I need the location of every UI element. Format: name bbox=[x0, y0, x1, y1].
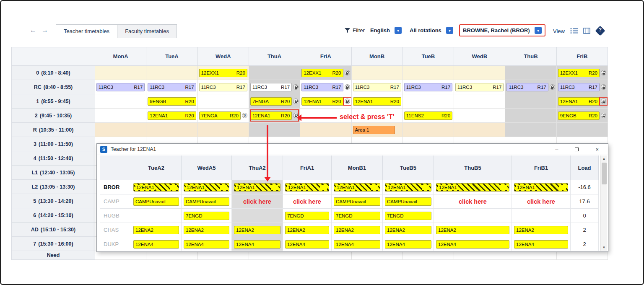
dialog-cell-CHAS-MonB1[interactable]: 12ENA2 bbox=[332, 223, 383, 237]
dialog-cell-BROR-TueA2[interactable]: 12ENA1— bbox=[131, 180, 182, 194]
cell-ThuA-RC[interactable]: 11RC3R17 bbox=[249, 80, 300, 94]
lesson-chip[interactable]: 12ENA1— bbox=[514, 183, 568, 192]
cell-ThuA-0[interactable] bbox=[249, 66, 300, 80]
tab-teacher-timetables[interactable]: Teacher timetables bbox=[56, 24, 117, 38]
scroll-up-icon[interactable]: ▲ bbox=[602, 155, 606, 162]
cell-WedA-2[interactable]: 7ENGAR20S bbox=[198, 109, 249, 123]
lesson-chip[interactable]: 12ENA4 bbox=[234, 240, 280, 249]
lesson-chip[interactable]: 11RC3R17 bbox=[455, 83, 504, 91]
dialog-cell-HUGB-FriB1[interactable] bbox=[512, 209, 571, 223]
lesson-chip[interactable]: 11RC3R17 bbox=[148, 83, 196, 91]
cell-ThuB-2[interactable] bbox=[505, 109, 556, 123]
cell-WedA-R[interactable] bbox=[198, 123, 249, 137]
lesson-chip[interactable]: 11RC3R17 bbox=[301, 83, 343, 91]
cell-WedA-RC[interactable]: 11RC3R17 bbox=[198, 80, 249, 94]
lesson-chip[interactable]: 12ENA4 bbox=[133, 240, 179, 249]
cell-MonB-Need[interactable] bbox=[352, 251, 403, 260]
dialog-cell-HUGB-WedA5[interactable]: 7ENGD bbox=[182, 209, 232, 223]
dialog-cell-CAMP-ThuA2[interactable]: click here bbox=[232, 194, 283, 209]
lesson-chip[interactable]: 7ENGD bbox=[334, 212, 380, 220]
cell-MonB-1[interactable]: 12ENA1R20 bbox=[352, 94, 403, 109]
cell-MonA-Need[interactable] bbox=[95, 251, 146, 260]
forward-arrow-button[interactable]: → bbox=[42, 26, 48, 34]
lesson-chip[interactable]: 12ENA1R20 bbox=[250, 111, 292, 120]
cell-WedB-1[interactable] bbox=[454, 94, 505, 109]
lesson-chip[interactable]: 12ENA1— bbox=[133, 183, 179, 192]
cell-TueB-1[interactable] bbox=[403, 94, 454, 109]
dialog-title-bar[interactable]: S Teacher for 12ENA1 – × bbox=[97, 144, 608, 155]
cell-TueB-RC[interactable]: 11RC3R17 bbox=[403, 80, 454, 94]
dialog-cell-HUGB-ThuA2[interactable] bbox=[232, 209, 283, 223]
cell-WedB-0[interactable] bbox=[454, 66, 505, 80]
cell-ThuB-1[interactable] bbox=[505, 94, 556, 109]
cell-WedB-Need[interactable] bbox=[454, 251, 505, 260]
dialog-cell-DUKP-FriB1[interactable]: 12ENA4 bbox=[512, 237, 571, 251]
lesson-chip[interactable]: 7ENGD bbox=[285, 212, 329, 220]
lesson-chip[interactable]: 12ENA4 bbox=[514, 240, 568, 249]
dialog-cell-DUKP-TueA2[interactable]: 12ENA4 bbox=[131, 237, 182, 251]
cell-WedB-RC[interactable]: 11RC3R17 bbox=[454, 80, 505, 94]
dialog-cell-CHAS-FriB1[interactable]: 12ENA2 bbox=[512, 223, 571, 237]
lesson-chip[interactable]: 12EXX1R20 bbox=[558, 69, 600, 77]
dialog-cell-CHAS-WedA5[interactable]: 12ENA2 bbox=[182, 223, 232, 237]
lesson-chip[interactable]: CAMPUnavail bbox=[133, 197, 179, 206]
lesson-chip[interactable]: 11RC3R17 bbox=[558, 83, 600, 91]
lesson-chip[interactable]: 11RC3R17 bbox=[353, 83, 401, 91]
lesson-chip[interactable]: 7ENGD bbox=[385, 212, 431, 220]
lesson-chip[interactable]: 7ENGAR20 bbox=[199, 111, 241, 120]
lesson-chip[interactable]: 12ENA1R20 bbox=[558, 97, 600, 106]
cell-WedA-0[interactable]: 12EXX1R20 bbox=[198, 66, 249, 80]
maximize-icon[interactable] bbox=[575, 147, 579, 152]
cell-MonA-R[interactable] bbox=[95, 123, 146, 137]
dialog-cell-CHAS-FriA1[interactable]: 12ENA2 bbox=[283, 223, 332, 237]
lesson-chip[interactable]: 12ENA1R20 bbox=[353, 97, 401, 106]
dialog-cell-HUGB-FriA1[interactable]: 7ENGD bbox=[283, 209, 332, 223]
lesson-chip[interactable]: 12ENA2 bbox=[436, 226, 509, 234]
dialog-scrollbar[interactable]: ▲ ▼ bbox=[600, 155, 607, 251]
cell-WedB-2[interactable] bbox=[454, 109, 505, 123]
cell-FriA-Need[interactable] bbox=[300, 251, 351, 260]
lesson-chip[interactable]: 12ENA2 bbox=[514, 226, 568, 234]
cell-FriB-1[interactable]: 12ENA1R20 bbox=[557, 94, 608, 109]
cell-FriA-0[interactable]: 12EXX1R20 bbox=[300, 66, 351, 80]
teacher-select[interactable]: BROWNE, Rachel (BROR) ▾ bbox=[463, 27, 542, 34]
cell-WedA-Need[interactable] bbox=[198, 251, 249, 260]
lesson-chip[interactable]: CAMPUnavail bbox=[334, 197, 380, 206]
lesson-chip[interactable]: 12ENA4 bbox=[334, 240, 380, 249]
lesson-chip[interactable]: 12ENA1— bbox=[436, 183, 509, 192]
lesson-chip[interactable]: 7ENGAR20 bbox=[250, 97, 292, 106]
cell-ThuA-Need[interactable] bbox=[249, 251, 300, 260]
lesson-chip[interactable]: 12ENA1R20 bbox=[148, 111, 196, 120]
lesson-chip[interactable]: 11RC3R17 bbox=[199, 83, 247, 91]
dialog-cell-CHAS-ThuB5[interactable]: 12ENA2 bbox=[434, 223, 512, 237]
dialog-cell-CAMP-MonB1[interactable]: CAMPUnavail bbox=[332, 194, 383, 209]
cell-FriA-RC[interactable]: 11RC3R17 bbox=[300, 80, 351, 94]
lesson-chip[interactable]: 12EXX1R20 bbox=[301, 69, 343, 77]
click-here-annotation[interactable]: click here bbox=[293, 198, 321, 205]
lesson-chip[interactable]: 11RC3R17 bbox=[404, 83, 452, 91]
cell-ThuB-0[interactable] bbox=[505, 66, 556, 80]
dialog-cell-CAMP-TueA2[interactable]: CAMPUnavail bbox=[131, 194, 182, 209]
back-arrow-button[interactable]: ← bbox=[30, 26, 36, 34]
cell-TueA-R[interactable] bbox=[146, 123, 197, 137]
dialog-cell-DUKP-MonB1[interactable]: 12ENA4 bbox=[332, 237, 383, 251]
rotation-select[interactable]: All rotations ▾ bbox=[410, 27, 453, 34]
cell-ThuA-1[interactable]: 7ENGAR20 bbox=[249, 94, 300, 109]
cell-WedB-R[interactable] bbox=[454, 123, 505, 137]
dialog-cell-CAMP-FriB1[interactable]: click here bbox=[512, 194, 571, 209]
lesson-chip[interactable]: 12ENA4 bbox=[184, 240, 229, 249]
cell-TueB-0[interactable] bbox=[403, 66, 454, 80]
lesson-chip[interactable]: 12ENA2 bbox=[184, 226, 229, 234]
cell-FriA-R[interactable] bbox=[300, 123, 351, 137]
cell-TueA-Need[interactable] bbox=[146, 251, 197, 260]
subject-filter-select[interactable]: English ▾ bbox=[370, 27, 402, 34]
lesson-chip[interactable]: 12ENA2 bbox=[285, 226, 329, 234]
lesson-chip[interactable]: 12ENA1— bbox=[184, 183, 229, 192]
dialog-cell-BROR-ThuB5[interactable]: 12ENA1— bbox=[434, 180, 512, 194]
cell-TueA-RC[interactable]: 11RC3R17 bbox=[146, 80, 197, 94]
lesson-chip[interactable]: 12ENA2 bbox=[385, 226, 431, 234]
lesson-chip[interactable]: 12EXX1R20 bbox=[199, 69, 247, 77]
cell-FriA-1[interactable]: 12ENA1R20 bbox=[300, 94, 351, 109]
lesson-chip[interactable]: 7ENGD bbox=[184, 212, 229, 220]
cell-MonA-1[interactable] bbox=[95, 94, 146, 109]
